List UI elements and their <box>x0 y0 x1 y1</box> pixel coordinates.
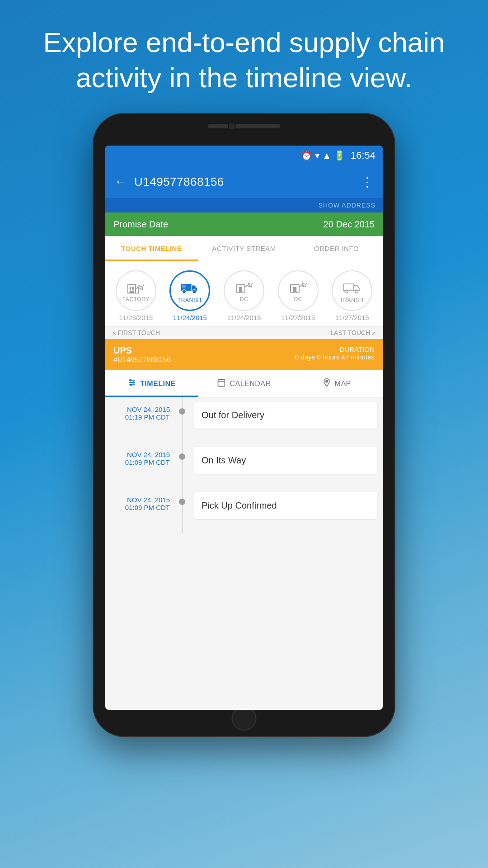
node-transit-2[interactable]: TRANSIT 11/27/2015 <box>332 270 372 321</box>
svg-rect-9 <box>182 285 186 288</box>
circle-factory-label: FACTORY <box>122 296 150 302</box>
entry-time-3: 01:09 PM CDT <box>125 504 170 511</box>
timeline-left-1: NOV 24, 2015 01:19 PM CDT <box>105 397 175 443</box>
svg-rect-19 <box>343 284 354 291</box>
status-icons: ⏰ ▾ ▲ 🔋 <box>301 150 345 161</box>
main-tabs-bar: TOUCH TIMELINE ACTIVITY STREAM ORDER INF… <box>105 236 383 261</box>
sub-tab-calendar-label: CALENDAR <box>230 380 271 388</box>
timeline-line-col-2 <box>175 443 189 488</box>
circle-transit-1-date: 11/24/2015 <box>173 314 207 321</box>
circle-factory-date: 11/23/2015 <box>119 314 153 321</box>
timeline-card-2[interactable]: On Its Way <box>194 447 377 474</box>
promise-date-label: Promise Date <box>113 219 168 230</box>
circle-transit-active: TRANSIT <box>169 270 210 311</box>
timeline-sub-icon <box>127 378 136 389</box>
svg-point-26 <box>133 382 134 383</box>
timeline-card-1[interactable]: Out for Delivery <box>194 402 377 429</box>
list-item: NOV 24, 2015 01:09 PM CDT Pick Up Confir… <box>105 488 383 533</box>
status-bar: ⏰ ▾ ▲ 🔋 16:54 <box>105 146 383 165</box>
signal-icon: ▲ <box>322 151 331 161</box>
node-transit-1[interactable]: TRANSIT 11/24/2015 <box>169 270 210 321</box>
show-address-bar[interactable]: SHOW ADDRESS <box>105 198 383 212</box>
back-button[interactable]: ← <box>114 175 127 189</box>
hero-text: Explore end-to-end supply chain activity… <box>36 25 452 95</box>
timeline-line-col-1 <box>175 397 189 443</box>
timeline-left-3: NOV 24, 2015 01:09 PM CDT <box>105 488 175 533</box>
timeline-vline-3 <box>182 488 183 533</box>
hero-section: Explore end-to-end supply chain activity… <box>0 0 488 108</box>
svg-rect-16 <box>293 287 296 292</box>
svg-marker-5 <box>142 284 144 286</box>
svg-point-7 <box>183 290 186 293</box>
circle-dc-2: DC <box>278 270 319 311</box>
circle-dc-1: DC <box>224 270 264 311</box>
svg-point-8 <box>192 290 196 293</box>
sub-tab-timeline[interactable]: TIMELINE <box>105 370 198 397</box>
app-bar: ← U149577868156 ⋮ <box>105 165 383 198</box>
show-address-label: SHOW ADDRESS <box>319 202 375 209</box>
entry-date-3: NOV 24, 2015 <box>127 496 170 504</box>
last-touch-label: LAST TOUCH » <box>330 329 375 336</box>
timeline-card-col-3: Pick Up Confirmed <box>189 488 383 533</box>
circle-transit-2: TRANSIT <box>332 270 372 311</box>
wifi-icon: ▾ <box>315 150 319 161</box>
circles-row: FACTORY 11/23/2015 <box>105 270 383 321</box>
tab-touch-timeline[interactable]: TOUCH TIMELINE <box>105 236 198 261</box>
ups-name: UPS <box>113 345 171 356</box>
battery-icon: 🔋 <box>334 150 345 161</box>
timeline-left-2: NOV 24, 2015 01:09 PM CDT <box>105 443 175 488</box>
entry-date-1: NOV 24, 2015 <box>127 406 170 413</box>
node-dc-1[interactable]: DC 11/24/2015 <box>224 270 264 321</box>
svg-marker-4 <box>139 285 142 290</box>
tab-activity-stream[interactable]: ACTIVITY STREAM <box>198 236 291 261</box>
timeline-dot-1 <box>179 408 185 415</box>
timeline-event-3: Pick Up Confirmed <box>202 500 277 510</box>
svg-point-27 <box>131 384 132 385</box>
ups-tracking: #U149577868156 <box>113 356 171 364</box>
timeline-dot-2 <box>179 453 185 460</box>
circle-factory: FACTORY <box>116 270 156 311</box>
timeline-card-3[interactable]: Pick Up Confirmed <box>194 492 377 519</box>
timeline-vline-1 <box>182 397 183 443</box>
circle-dc-1-label: DC <box>240 296 248 302</box>
entry-time-1: 01:19 PM CDT <box>125 413 170 421</box>
promise-date-bar: Promise Date 20 Dec 2015 <box>105 212 383 236</box>
circle-transit-2-label: TRANSIT <box>340 297 365 303</box>
more-menu-button[interactable]: ⋮ <box>361 175 374 189</box>
svg-rect-2 <box>132 287 134 290</box>
ups-duration-label: DURATION <box>295 345 375 353</box>
calendar-sub-icon <box>217 378 226 389</box>
alarm-icon: ⏰ <box>301 150 312 161</box>
phone-speaker <box>208 124 280 128</box>
first-touch-label: « FIRST TOUCH <box>113 329 160 336</box>
touch-bar: « FIRST TOUCH LAST TOUCH » <box>105 326 383 339</box>
timeline-card-col-1: Out for Delivery <box>189 397 383 443</box>
phone-wrapper: ⏰ ▾ ▲ 🔋 16:54 ← U149577868156 ⋮ SHOW ADD… <box>93 113 395 737</box>
app-title: U149577868156 <box>134 175 361 189</box>
list-item: NOV 24, 2015 01:19 PM CDT Out for Delive… <box>105 397 383 443</box>
circle-transit-2-date: 11/27/2015 <box>335 314 369 321</box>
sub-tab-map-label: MAP <box>335 380 351 388</box>
status-time: 16:54 <box>351 150 375 161</box>
node-factory[interactable]: FACTORY 11/23/2015 <box>116 270 156 321</box>
node-dc-2[interactable]: DC 11/27/2015 <box>278 270 319 321</box>
svg-rect-28 <box>218 379 225 386</box>
sub-tab-calendar[interactable]: CALENDAR <box>198 370 291 397</box>
timeline-event-1: Out for Delivery <box>202 410 264 420</box>
svg-point-25 <box>130 379 131 381</box>
sub-tabs-bar: TIMELINE CALENDAR <box>105 370 383 397</box>
timeline-dot-3 <box>179 499 185 505</box>
tab-order-info[interactable]: ORDER INFO <box>290 236 383 261</box>
ups-info-bar: UPS #U149577868156 DURATION 0 days 0 hou… <box>105 339 383 370</box>
timeline-line-col-3 <box>175 488 189 533</box>
svg-rect-3 <box>130 291 134 293</box>
ups-duration-value: 0 days 0 hours 47 minutes <box>295 353 375 361</box>
timeline-event-2: On Its Way <box>202 455 246 465</box>
timeline-card-col-2: On Its Way <box>189 443 383 488</box>
sub-tab-map[interactable]: MAP <box>290 370 383 397</box>
promise-date-value: 20 Dec 2015 <box>324 219 375 230</box>
ups-right: DURATION 0 days 0 hours 47 minutes <box>295 345 375 361</box>
map-pin-icon <box>322 378 331 389</box>
circle-transit-1-label: TRANSIT <box>178 297 202 303</box>
ups-left: UPS #U149577868156 <box>113 345 171 364</box>
